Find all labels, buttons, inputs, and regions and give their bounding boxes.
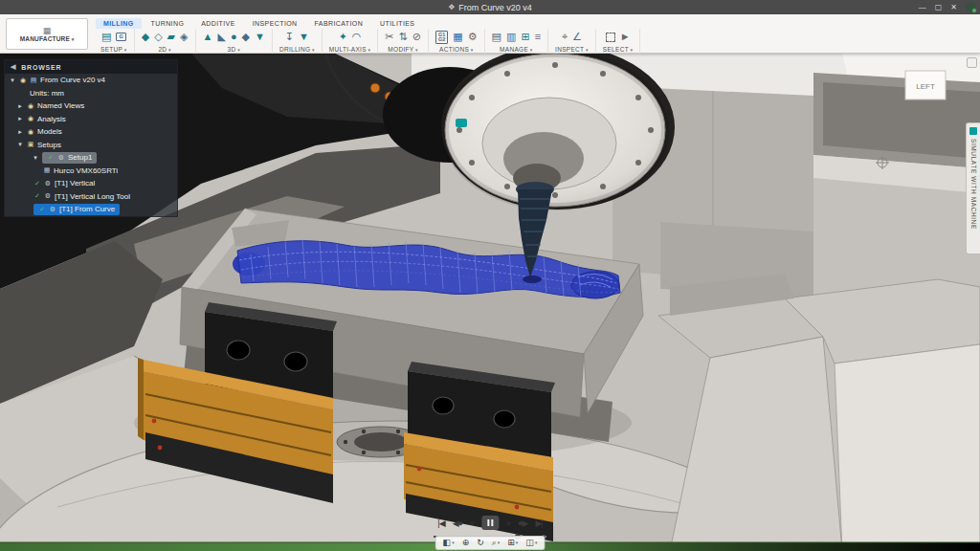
tab-fabrication[interactable]: FABRICATION [307,18,371,29]
simulate-machine-icon [969,127,977,135]
tool-library-icon[interactable]: ▤ [492,30,501,44]
previous-operation-button[interactable]: ◀● [453,517,462,530]
inspect-dropdown[interactable]: INSPECT [555,46,589,53]
browser-item-op-vertical-long-tool[interactable]: ✓ ⚙ [T1] Vertical Long Tool [5,190,177,204]
visibility-bulb-icon[interactable]: ◉ [27,115,34,122]
expand-arrow-icon[interactable]: ▾ [9,77,16,84]
section-analysis-icon[interactable]: ∠ [572,30,582,44]
transform-icon[interactable]: ⇅ [399,30,408,44]
trim-icon[interactable]: ✂ [385,30,393,44]
scallop-icon[interactable]: ▼ [255,30,265,44]
expand-arrow-icon[interactable]: ▾ [16,141,24,148]
folder-icon: ▣ [27,141,34,148]
new-setup-icon[interactable]: ▤ [101,30,111,44]
zoom-icon[interactable]: ⌕▾ [492,537,501,549]
expand-arrow-icon[interactable]: ▸ [16,102,24,110]
operation-gear-icon: ⚙ [49,206,56,213]
tab-additive[interactable]: ADDITIVE [193,18,242,29]
measure-icon[interactable]: ⌖ [562,30,568,44]
2d-contour-icon[interactable]: ◈ [180,30,188,44]
browser-item-named-views[interactable]: ▸ ◉ Named Views [5,99,177,113]
templates-icon[interactable]: ≡ [535,30,541,44]
simulate-icon[interactable]: ▦ [453,30,462,44]
expand-arrow-icon[interactable]: ▾ [32,154,39,162]
drill-icon[interactable]: ↧ [285,30,294,44]
browser-item-op-from-curve-selected[interactable]: ✓ ⚙ [T1] From Curve [5,203,177,216]
grid-and-snaps-icon[interactable]: ⊞▾ [507,537,518,549]
2d-dropdown[interactable]: 2D [158,46,170,53]
pocket-clearing-icon[interactable]: ◣ [217,30,225,44]
display-settings-icon[interactable]: ◧▾ [443,537,455,549]
workspace-selector[interactable]: ▦ MANUFACTURE [6,18,88,50]
document-title: From Curve v20 v4 [458,3,532,12]
ribbon-toolbar: ▦ MANUFACTURE MILLING TURNING ADDITIVE I… [0,14,980,54]
tab-inspection[interactable]: INSPECTION [245,18,305,29]
skip-to-end-button[interactable]: ▶| [535,517,542,530]
tab-utilities[interactable]: UTILITIES [372,18,422,29]
application-window: LEFT [0,0,980,551]
viewcube-left-face[interactable]: LEFT [905,71,946,99]
expand-arrow-icon[interactable]: ▸ [16,115,24,122]
2d-adaptive-icon[interactable]: ◆ [142,30,149,44]
maximize-button[interactable]: ▢ [935,0,943,14]
bore-icon[interactable]: ▼ [299,30,309,44]
multiaxis-contour-icon[interactable]: ◠ [352,30,362,44]
machine-status-label [456,119,467,127]
browser-item-document-root[interactable]: ▾ ◉ ▤ From Curve v20 v4 [5,74,177,87]
drilling-dropdown[interactable]: DRILLING [279,46,315,53]
expand-arrow-icon[interactable]: ▸ [16,128,24,136]
visibility-bulb-icon[interactable]: ◉ [27,128,34,136]
2d-pocket-icon[interactable]: ◇ [154,30,162,44]
delete-toolpath-icon[interactable]: ⊘ [412,30,421,44]
browser-item-analysis[interactable]: ▸ ◉ Analysis [5,113,177,126]
adaptive-clearing-icon[interactable]: ▲ [203,30,213,44]
post-process-icon[interactable]: G1G2 [435,31,448,44]
select-tool-icon[interactable]: ► [620,30,631,44]
simulate-with-machine-tab[interactable]: SIMULATE WITH MACHINE [966,122,980,254]
visibility-bulb-icon[interactable]: ◉ [19,77,27,84]
swarf-icon[interactable]: ✦ [339,30,347,44]
collapsed-panel-button[interactable] [967,57,977,68]
browser-item-models[interactable]: ▸ ◉ Models [5,125,177,139]
collapse-panel-icon[interactable]: ◀ [11,63,16,71]
viewports-icon[interactable]: ◫▾ [525,537,537,549]
browser-item-op-vertical[interactable]: ✓ ⚙ [T1] Vertical [5,177,177,190]
tab-milling[interactable]: MILLING [96,18,142,29]
user-avatar[interactable] [966,2,976,12]
play-pause-button[interactable] [481,516,499,530]
visibility-bulb-icon[interactable]: ◉ [27,102,34,110]
modify-dropdown[interactable]: MODIFY [388,46,418,53]
machine-library-icon[interactable]: ▥ [506,30,516,44]
face-icon[interactable]: ▰ [167,30,175,44]
browser-header: ◀ BROWSER [5,60,177,74]
pan-icon[interactable]: ⊕ [462,537,470,549]
orbit-icon[interactable]: ↻ [477,537,484,549]
steep-and-shallow-icon[interactable]: ◆ [242,30,250,44]
group-2d: ◆ ◇ ▰ ◈ 2D [135,29,196,54]
parallel-icon[interactable]: ● [231,30,237,44]
group-modify: ✂ ⇅ ⊘ MODIFY [378,29,429,54]
setup-gear-icon: ⚙ [57,154,65,162]
select-dropdown[interactable]: SELECT [603,46,634,53]
actions-dropdown[interactable]: ACTIONS [439,46,474,53]
step-forward-button[interactable]: » [506,517,510,530]
browser-item-setup1[interactable]: ▾ ✓ ⚙ Setup1 [5,151,177,165]
tab-turning[interactable]: TURNING [144,18,192,29]
ncprogram-icon[interactable]: G [116,33,125,41]
browser-item-machine[interactable]: ▦ Hurco VMX60SRTi [5,165,177,178]
step-back-button[interactable]: « [470,517,474,530]
machine-icon: ▦ [43,166,51,174]
task-manager-icon[interactable]: ⊞ [521,30,529,44]
generate-toolpath-icon[interactable]: ⚙ [468,30,478,44]
setup-dropdown[interactable]: SETUP [100,46,127,53]
browser-item-setups-folder[interactable]: ▾ ▣ Setups [5,139,177,152]
window-selection-icon[interactable] [606,33,615,42]
next-operation-button[interactable]: ●▶ [518,517,527,530]
skip-to-start-button[interactable]: |◀ [437,517,444,530]
3d-dropdown[interactable]: 3D [228,46,240,53]
close-button[interactable]: ✕ [950,0,957,14]
manage-dropdown[interactable]: MANAGE [500,46,532,53]
browser-item-units[interactable]: Units: mm [5,87,177,100]
multiaxis-dropdown[interactable]: MULTI-AXIS [329,46,371,53]
minimize-button[interactable]: — [919,0,926,14]
